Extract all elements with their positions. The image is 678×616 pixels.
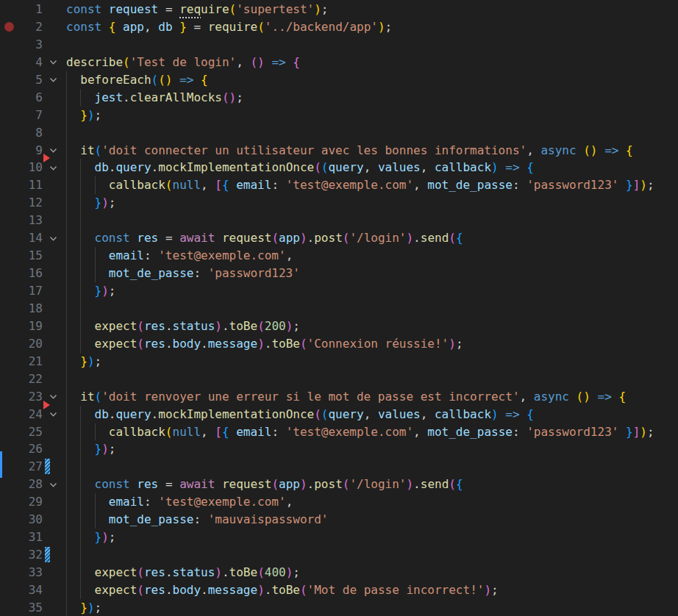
line-number[interactable]: 9 [0, 142, 43, 160]
code-line[interactable]: 15 email: 'test@exemple.com', [0, 247, 678, 265]
line-number[interactable]: 26 [0, 440, 43, 458]
code-line[interactable]: 18 [0, 300, 678, 318]
code-line[interactable]: 13 [0, 212, 678, 229]
code-line[interactable]: 27 [0, 458, 678, 476]
code-line[interactable]: 24 db.query.mockImplementationOnce((quer… [0, 406, 678, 423]
code-token: expect [95, 565, 138, 579]
code-token: , [364, 407, 378, 421]
code-token: 'doit connecter un utilisateur avec les … [101, 143, 527, 157]
line-number[interactable]: 1 [0, 1, 43, 18]
code-line[interactable]: 8 [0, 124, 678, 142]
code-token: ) [640, 425, 647, 439]
code-token: 'doit renvoyer une erreur si le mot de p… [101, 390, 519, 404]
code-line[interactable]: 9 it('doit connecter un utilisateur avec… [0, 142, 678, 160]
line-number[interactable]: 30 [0, 511, 43, 529]
line-number[interactable]: 6 [0, 89, 43, 107]
code-line[interactable]: 23 it('doit renvoyer une erreur si le mo… [0, 388, 678, 406]
line-number[interactable]: 4 [0, 54, 43, 71]
code-line[interactable]: 14 const res = await request(app).post('… [0, 229, 678, 247]
line-number[interactable]: 27 [0, 458, 43, 476]
line-number[interactable]: 35 [0, 599, 43, 616]
line-number[interactable]: 25 [0, 423, 43, 441]
code-token: 'test@exemple.com' [286, 425, 413, 439]
code-line[interactable]: 16 mot_de_passe: 'password123' [0, 265, 678, 282]
code-line[interactable]: 7 }); [0, 107, 678, 124]
code-line[interactable]: 26 }); [0, 440, 678, 458]
modified-line-indicator [45, 459, 50, 474]
code-line[interactable]: 1const request = require('supertest'); [0, 1, 678, 18]
line-number[interactable]: 16 [0, 265, 43, 282]
line-number[interactable]: 23 [0, 388, 43, 406]
code-line[interactable]: 31 }); [0, 529, 678, 546]
line-number[interactable]: 13 [0, 212, 43, 229]
code-line[interactable]: 35 }); [0, 599, 678, 616]
line-number[interactable]: 31 [0, 529, 43, 546]
line-number[interactable]: 20 [0, 335, 43, 353]
code-line[interactable]: 11 callback(null, [{ email: 'test@exempl… [0, 176, 678, 194]
code-text: callback(null, [{ email: 'test@exemple.c… [66, 176, 654, 194]
chevron-down-icon[interactable] [45, 71, 61, 89]
line-number[interactable]: 5 [0, 71, 43, 89]
code-line[interactable]: 34 expect(res.body.message).toBe('Mot de… [0, 581, 678, 599]
code-token [66, 407, 95, 421]
code-line[interactable]: 21 }); [0, 353, 678, 370]
code-line[interactable]: 22 [0, 370, 678, 388]
code-line[interactable]: 6 jest.clearAllMocks(); [0, 89, 678, 107]
line-number[interactable]: 14 [0, 229, 43, 247]
line-number[interactable]: 12 [0, 194, 43, 212]
code-token: ( [151, 73, 159, 87]
code-line[interactable]: 25 callback(null, [{ email: 'test@exempl… [0, 423, 678, 441]
code-token: ( [137, 565, 144, 579]
code-line[interactable]: 32 [0, 546, 678, 564]
line-number[interactable]: 29 [0, 493, 43, 511]
code-editor[interactable]: 1const request = require('supertest');2c… [0, 0, 678, 616]
line-number[interactable]: 3 [0, 36, 43, 54]
code-line[interactable]: 28 const res = await request(app).post('… [0, 476, 678, 493]
code-token: 'Mot de passe incorrect!' [307, 583, 485, 597]
line-number[interactable]: 21 [0, 353, 43, 370]
chevron-down-icon[interactable] [45, 229, 61, 247]
line-number[interactable]: 24 [0, 406, 43, 423]
code-token: = [158, 2, 179, 16]
line-number[interactable]: 8 [0, 124, 43, 142]
code-token: clearAllMocks [130, 90, 222, 104]
line-number[interactable]: 34 [0, 581, 43, 599]
code-token: query [115, 407, 151, 421]
breakpoint-icon[interactable] [4, 22, 14, 32]
code-line[interactable]: 4describe('Test de login', () => { [0, 54, 678, 71]
code-line[interactable]: 30 mot_de_passe: 'mauvaispassword' [0, 511, 678, 529]
line-number[interactable]: 17 [0, 282, 43, 300]
line-number[interactable]: 18 [0, 300, 43, 318]
code-token: ( [343, 477, 350, 491]
code-token [215, 477, 222, 491]
code-token: . [222, 319, 229, 333]
code-token [612, 390, 619, 404]
line-number[interactable]: 19 [0, 318, 43, 335]
line-number[interactable]: 10 [0, 159, 43, 176]
line-number[interactable]: 28 [0, 476, 43, 493]
code-token: res [144, 565, 165, 579]
code-line[interactable]: 29 email: 'test@exemple.com', [0, 493, 678, 511]
code-token: send [421, 477, 449, 491]
code-line[interactable]: 5 beforeEach(() => { [0, 71, 678, 89]
line-number[interactable]: 33 [0, 564, 43, 581]
code-token [577, 143, 584, 157]
code-line[interactable]: 19 expect(res.status).toBe(200); [0, 318, 678, 335]
code-line[interactable]: 2const { app, db } = require('../backend… [0, 18, 678, 36]
code-token: request [222, 231, 271, 245]
line-number[interactable]: 22 [0, 370, 43, 388]
code-line[interactable]: 17 }); [0, 282, 678, 300]
chevron-down-icon[interactable] [45, 54, 61, 71]
chevron-down-icon[interactable] [45, 476, 61, 493]
code-token: { [222, 425, 229, 439]
line-number[interactable]: 15 [0, 247, 43, 265]
code-line[interactable]: 3 [0, 36, 678, 54]
code-token: const [95, 477, 130, 491]
line-number[interactable]: 7 [0, 107, 43, 124]
line-number[interactable]: 32 [0, 546, 43, 564]
code-line[interactable]: 20 expect(res.body.message).toBe('Connex… [0, 335, 678, 353]
code-line[interactable]: 10 db.query.mockImplementationOnce((quer… [0, 159, 678, 176]
line-number[interactable]: 11 [0, 176, 43, 194]
code-line[interactable]: 12 }); [0, 194, 678, 212]
code-line[interactable]: 33 expect(res.status).toBe(400); [0, 564, 678, 581]
